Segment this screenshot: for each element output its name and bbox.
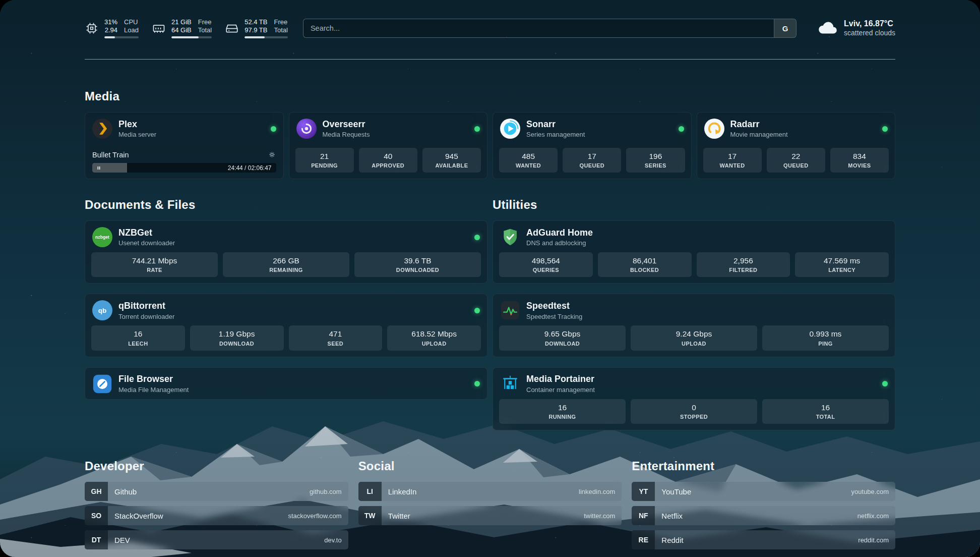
stat-value: 0 xyxy=(633,403,755,412)
stat-label: REMAINING xyxy=(225,267,347,273)
disk-label-top: Free xyxy=(274,18,287,26)
stat-label: RUNNING xyxy=(501,414,624,420)
qbittorrent-icon-text: qb xyxy=(98,307,107,314)
overseerr-card[interactable]: Overseerr Media Requests 21 PENDING 40 A… xyxy=(289,112,488,179)
radarr-stats: 17 WANTED 22 QUEUED 834 MOVIES xyxy=(697,148,895,179)
stat-value: 618.52 Mbps xyxy=(389,329,479,339)
group-entertainment: Entertainment YT YouTube youtube.com NF … xyxy=(632,459,895,549)
stat-box: 39.6 TB DOWNLOADED xyxy=(354,252,481,277)
memory-free-value: 21 GiB xyxy=(171,18,192,26)
settings-icon[interactable] xyxy=(268,150,276,159)
adguard-card[interactable]: AdGuard Home DNS and adblocking 498,564 … xyxy=(493,220,895,284)
bookmark-netflix[interactable]: NF Netflix netflix.com xyxy=(632,506,895,525)
stat-box: 945 AVAILABLE xyxy=(422,148,481,173)
bookmark-github[interactable]: GH Github github.com xyxy=(85,482,348,501)
progress-fill xyxy=(104,36,115,38)
bookmark-stackoverflow[interactable]: SO StackOverflow stackoverflow.com xyxy=(85,506,348,525)
stat-box: 618.52 Mbps UPLOAD xyxy=(387,325,481,350)
filebrowser-icon xyxy=(92,374,112,394)
disk-icon xyxy=(225,21,239,35)
search-input[interactable] xyxy=(303,19,774,37)
status-dot-online xyxy=(474,126,480,132)
disk-usage-bar xyxy=(244,36,288,38)
bookmark-twitter[interactable]: TW Twitter twitter.com xyxy=(358,506,622,525)
stat-label: QUEUED xyxy=(565,162,619,169)
stat-box: 17 WANTED xyxy=(703,148,762,173)
stat-box: 1.19 Gbps DOWNLOAD xyxy=(190,325,284,350)
stat-value: 39.6 TB xyxy=(356,256,479,265)
radarr-icon xyxy=(704,119,724,139)
disk-label-bottom: Total xyxy=(274,26,287,34)
bookmark-youtube[interactable]: YT YouTube youtube.com xyxy=(632,482,895,501)
service-subtitle: Movie management xyxy=(730,131,788,138)
bookmark-dev[interactable]: DT DEV dev.to xyxy=(85,530,348,549)
stat-label: AVAILABLE xyxy=(424,162,479,169)
memory-usage-bar xyxy=(171,36,212,38)
stat-value: 9.65 Gbps xyxy=(501,329,624,339)
radarr-card[interactable]: Radarr Movie management 17 WANTED 22 QUE… xyxy=(697,112,896,179)
stat-label: PENDING xyxy=(297,162,352,169)
bookmark-url: stackoverflow.com xyxy=(288,512,348,520)
status-dot-online xyxy=(474,235,480,240)
portainer-card[interactable]: Media Portainer Container management 16 … xyxy=(493,367,895,430)
portainer-stats: 16 RUNNING 0 STOPPED 16 TOTAL xyxy=(493,399,895,430)
nzbget-card[interactable]: nzbget NZBGet Usenet downloader 74 xyxy=(85,220,487,284)
bookmark-name: Netflix xyxy=(655,512,683,520)
stat-value: 16 xyxy=(764,403,887,412)
bookmark-abbr: SO xyxy=(85,506,108,525)
service-title: Sonarr xyxy=(526,119,585,130)
bookmark-abbr: TW xyxy=(358,506,382,525)
radarr-card-header: Radarr Movie management xyxy=(697,113,895,144)
service-subtitle: Torrent downloader xyxy=(118,313,174,320)
service-title: File Browser xyxy=(118,374,189,385)
disk-widget: 52.4 TB 97.9 TB Free Total xyxy=(225,18,288,38)
bookmark-abbr: DT xyxy=(85,530,108,549)
stat-box: 22 QUEUED xyxy=(767,148,825,173)
playback-progress-bar: 24:44 / 02:06:47 xyxy=(92,163,276,173)
sonarr-card-header: Sonarr Series management xyxy=(493,113,691,144)
cpu-usage-bar xyxy=(104,36,139,38)
bookmark-name: DEV xyxy=(108,536,130,544)
sonarr-card[interactable]: Sonarr Series management 485 WANTED 17 Q… xyxy=(493,112,692,179)
service-subtitle: Usenet downloader xyxy=(118,239,175,247)
stat-label: WANTED xyxy=(501,162,556,169)
filebrowser-card[interactable]: File Browser Media File Management xyxy=(85,367,487,400)
bookmark-name: Reddit xyxy=(655,536,683,544)
weather-location: Lviv, 16.87°C xyxy=(844,19,895,29)
pause-icon xyxy=(96,165,102,171)
stat-label: SERIES xyxy=(628,162,683,169)
group-title-utilities: Utilities xyxy=(493,197,895,212)
bookmark-linkedin[interactable]: LI LinkedIn linkedin.com xyxy=(358,482,622,501)
topbar: 31% 2.94 CPU Load xyxy=(85,16,895,40)
stat-box: 266 GB REMAINING xyxy=(223,252,349,277)
speedtest-card[interactable]: Speedtest Speedtest Tracking 9.65 Gbps D… xyxy=(493,294,895,357)
service-subtitle: DNS and adblocking xyxy=(526,239,593,247)
stat-box: 0.993 ms PING xyxy=(762,325,889,350)
plex-card[interactable]: Plex Media server Bullet Train xyxy=(85,112,284,179)
cpu-label-top: CPU xyxy=(124,18,138,26)
stat-box: 9.24 Gbps UPLOAD xyxy=(631,325,757,350)
bookmark-url: netflix.com xyxy=(858,512,895,520)
stat-box: 498,564 QUERIES xyxy=(499,252,593,277)
stat-value: 47.569 ms xyxy=(797,256,887,265)
stat-label: QUERIES xyxy=(501,267,591,273)
qbittorrent-icon: qb xyxy=(92,300,112,320)
bookmark-name: StackOverflow xyxy=(108,512,163,520)
stat-value: 22 xyxy=(769,151,823,161)
stat-value: 266 GB xyxy=(225,256,347,265)
search-provider-button[interactable]: G xyxy=(774,19,796,37)
bookmark-reddit[interactable]: RE Reddit reddit.com xyxy=(632,530,895,549)
bookmark-name: Twitter xyxy=(382,512,410,520)
bookmark-url: reddit.com xyxy=(858,536,895,544)
stat-label: MOVIES xyxy=(832,162,887,169)
bookmark-abbr: LI xyxy=(358,482,382,501)
qbittorrent-card[interactable]: qb qBittorrent Torrent downloader xyxy=(85,294,487,357)
dashboard-content: 31% 2.94 CPU Load xyxy=(0,0,980,557)
stat-value: 196 xyxy=(628,151,683,161)
plex-icon xyxy=(92,119,112,139)
bookmark-url: linkedin.com xyxy=(579,488,622,495)
stat-label: APPROVED xyxy=(361,162,415,169)
memory-label-top: Free xyxy=(198,18,212,26)
service-title: Radarr xyxy=(730,119,788,130)
stat-box: 196 SERIES xyxy=(626,148,685,173)
